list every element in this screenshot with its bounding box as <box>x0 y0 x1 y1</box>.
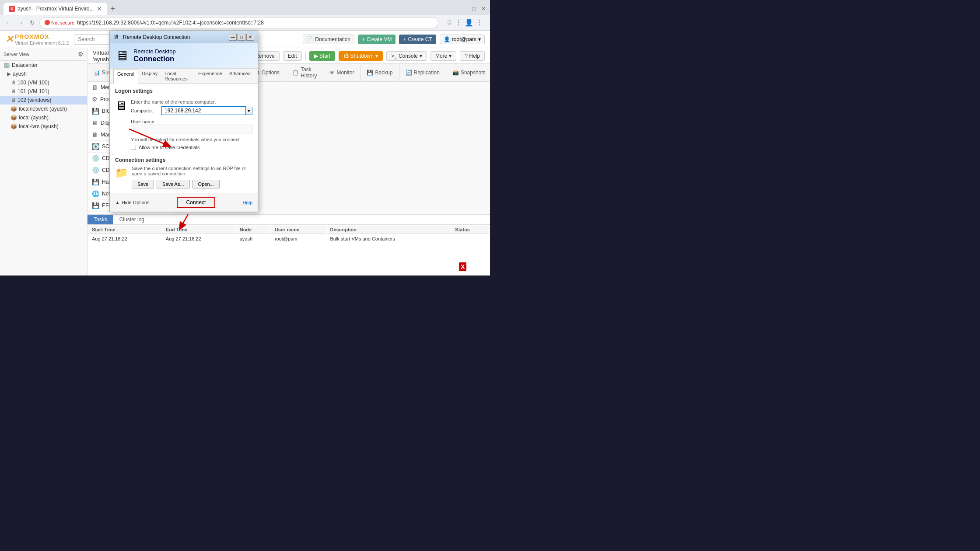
browser-tab[interactable]: X ayush - Proxmox Virtual Enviro... ✕ <box>4 3 107 15</box>
storage-icon: 📦 <box>10 106 17 112</box>
help-link[interactable]: Help <box>242 200 252 205</box>
edit-button[interactable]: Edit <box>283 51 302 61</box>
profile-icon[interactable]: 👤 <box>465 18 473 27</box>
vm100-label: 100 (VM 100) <box>18 80 49 86</box>
rdp-title-icon: 🖥 <box>113 34 120 41</box>
server-view-label: Server View <box>4 52 29 57</box>
vm-icon: 🖥 <box>10 88 16 94</box>
col-description[interactable]: Description <box>327 226 451 234</box>
username-input[interactable] <box>131 125 252 133</box>
computer-input[interactable] <box>161 106 246 115</box>
node-label: ayush <box>13 71 27 77</box>
user-menu-button[interactable]: 👤 root@pam ▾ <box>440 35 485 44</box>
cell-status <box>452 235 489 243</box>
bookmark-icon[interactable]: ☆ <box>446 18 452 27</box>
rdp-file-icon: 📁 <box>115 167 128 179</box>
menu-icon[interactable]: ⋮ <box>476 18 483 27</box>
tab-task-history[interactable]: 📋 Task History <box>286 64 323 81</box>
computer-dropdown[interactable]: ▾ <box>246 107 252 115</box>
arrow-up-icon: ▲ <box>115 200 120 205</box>
logo-proxmox: PROXMOX <box>15 33 69 40</box>
rdp-header-title: Remote Desktop <box>133 48 176 55</box>
shutdown-button[interactable]: ⏻ Shutdown ▾ <box>339 51 383 61</box>
tab-monitor[interactable]: 👁 Monitor <box>323 64 360 81</box>
nav-icons: ☆ ⋮ 👤 ⋮ <box>443 15 486 31</box>
new-tab-button[interactable]: + <box>107 4 119 14</box>
cell-start: Aug 27 21:16:22 <box>88 235 161 243</box>
xda-watermark: X XDA <box>459 262 481 271</box>
sidebar-item-vm102[interactable]: 🖥 102 (windows) <box>0 96 87 105</box>
storage-locallvm-label: local-lvm (ayush) <box>19 123 59 129</box>
rdp-maximize-button[interactable]: □ <box>238 34 245 41</box>
username-row: User name <box>131 119 252 135</box>
col-user[interactable]: User name <box>271 226 326 234</box>
save-button[interactable]: Save <box>132 180 154 188</box>
browser-chrome: X ayush - Proxmox Virtual Enviro... ✕ + … <box>0 0 490 31</box>
back-button[interactable]: ← <box>4 18 13 27</box>
tab-replication[interactable]: 🔄 Replication <box>399 64 446 81</box>
sidebar-settings-icon[interactable]: ⚙ <box>78 51 84 58</box>
rdp-header-icon: 🖥 <box>115 48 129 64</box>
sidebar-item-vm101[interactable]: 🖥 101 (VM 101) <box>0 87 87 96</box>
more-button[interactable]: More ▾ <box>430 51 456 61</box>
save-as-button[interactable]: Save As... <box>157 180 190 188</box>
node-icon: ▶ <box>7 71 11 77</box>
rdp-close-button[interactable]: ✕ <box>246 34 254 41</box>
backup-icon: 💾 <box>367 70 373 76</box>
tab-close-button[interactable]: ✕ <box>97 5 102 12</box>
rdp-minimize-button[interactable]: — <box>229 34 237 41</box>
monitor-icon: 👁 <box>329 70 335 76</box>
sidebar-item-locallvm[interactable]: 📦 local-lvm (ayush) <box>0 122 87 131</box>
create-vm-button[interactable]: + Create VM <box>358 35 396 44</box>
create-ct-button[interactable]: + Create CT <box>399 35 436 44</box>
open-button[interactable]: Open... <box>192 180 220 188</box>
help-button[interactable]: ? Help <box>460 51 485 61</box>
reload-button[interactable]: ↻ <box>28 18 37 27</box>
computer-field-row: Computer: ▾ <box>131 106 252 115</box>
col-status[interactable]: Status <box>452 226 489 234</box>
tab-snapshots[interactable]: 📸 Snapshots <box>446 64 490 81</box>
save-credentials-label: Allow me to save credentials <box>139 145 200 150</box>
rdp-header: 🖥 Remote Desktop Connection <box>110 43 258 69</box>
sidebar-item-datacenter[interactable]: 🏢 Datacenter <box>0 61 87 70</box>
col-node[interactable]: Node <box>236 226 270 234</box>
cluster-log-tab[interactable]: Cluster log <box>113 215 150 224</box>
address-bar[interactable]: 🔴 Not secure https://192.168.29.32:8006/… <box>39 17 438 28</box>
rdp-tab-general[interactable]: General <box>113 69 138 84</box>
computer-label: Computer: <box>131 108 161 113</box>
close-button[interactable]: ✕ <box>480 6 486 12</box>
start-button[interactable]: ▶ Start <box>309 51 336 61</box>
rdp-tab-advanced[interactable]: Advanced <box>226 69 254 83</box>
window-controls: — □ ✕ <box>461 6 486 12</box>
display-icon: 🖥 <box>92 119 98 126</box>
url-text: https://192.168.29.32:8006/#v1:0:=qemu%2… <box>77 20 264 26</box>
rdp-header-subtitle: Connection <box>133 55 176 63</box>
rdp-title-text: Remote Desktop Connection <box>123 34 190 40</box>
sidebar-item-local[interactable]: 📦 local (ayush) <box>0 113 87 122</box>
tab-backup[interactable]: 💾 Backup <box>360 64 399 81</box>
sidebar-item-ayush[interactable]: ▶ ayush <box>0 70 87 78</box>
rdp-tab-experience[interactable]: Experience <box>195 69 226 83</box>
processor-icon: ⚙ <box>92 96 98 103</box>
storage-icon: 📦 <box>10 123 17 129</box>
connect-button[interactable]: Connect <box>177 197 216 208</box>
tasks-tab[interactable]: Tasks <box>88 215 113 224</box>
console-button[interactable]: >_ Console ▾ <box>386 51 427 61</box>
documentation-button[interactable]: 📄 Documentation <box>303 35 354 44</box>
sidebar-item-vm100[interactable]: 🖥 100 (VM 100) <box>0 78 87 87</box>
col-end-time[interactable]: End Time <box>162 226 235 234</box>
maximize-button[interactable]: □ <box>471 6 477 12</box>
col-start-time[interactable]: Start Time ↓ <box>88 226 161 234</box>
sidebar-item-localnetwork[interactable]: 📦 localnetwork (ayush) <box>0 105 87 113</box>
connection-fields: Save the current connection settings to … <box>132 166 252 188</box>
hide-options-button[interactable]: ▲ Hide Options <box>115 200 149 205</box>
minimize-button[interactable]: — <box>461 6 467 12</box>
extensions-icon[interactable]: ⋮ <box>455 18 462 27</box>
vm101-label: 101 (VM 101) <box>18 88 49 94</box>
bottom-tab-bar: Tasks Cluster log <box>88 215 490 225</box>
rdp-tab-display[interactable]: Display <box>138 69 161 83</box>
save-credentials-checkbox[interactable] <box>131 145 136 150</box>
cddvd2-icon: 💿 <box>92 167 99 174</box>
rdp-tab-local-resources[interactable]: Local Resources <box>161 69 195 83</box>
forward-button[interactable]: → <box>16 18 25 27</box>
